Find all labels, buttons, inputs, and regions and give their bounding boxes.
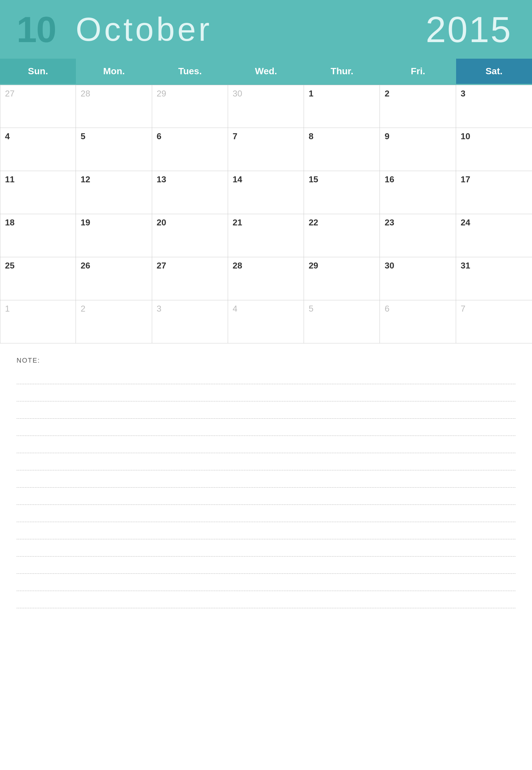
calendar-cell[interactable]: 7	[228, 128, 304, 171]
day-number: 13	[157, 174, 166, 184]
calendar-cell[interactable]: 29	[152, 85, 228, 128]
calendar-cell[interactable]: 26	[76, 257, 152, 300]
calendar-cell[interactable]: 3	[152, 300, 228, 343]
day-number: 16	[384, 174, 394, 184]
calendar-cell[interactable]: 5	[304, 300, 380, 343]
note-line[interactable]	[17, 401, 515, 419]
day-number: 30	[233, 89, 242, 98]
calendar-cell[interactable]: 3	[456, 85, 532, 128]
calendar-cell[interactable]: 9	[380, 128, 456, 171]
header-saturday: Sat.	[456, 59, 532, 84]
notes-label: NOTE:	[17, 357, 515, 364]
note-line[interactable]	[17, 557, 515, 574]
calendar-cell[interactable]: 5	[76, 128, 152, 171]
calendar-cell[interactable]: 19	[76, 214, 152, 257]
calendar-cell[interactable]: 20	[152, 214, 228, 257]
calendar-cell[interactable]: 23	[380, 214, 456, 257]
day-number: 11	[5, 174, 15, 184]
calendar-cell[interactable]: 14	[228, 171, 304, 214]
calendar-header: 10 October 2015	[0, 0, 532, 59]
calendar-cell[interactable]: 8	[304, 128, 380, 171]
calendar-cell[interactable]: 29	[304, 257, 380, 300]
calendar-cell[interactable]: 25	[0, 257, 76, 300]
day-number: 5	[309, 304, 313, 314]
note-line[interactable]	[17, 591, 515, 608]
notes-section: NOTE:	[0, 347, 532, 608]
calendar-cell[interactable]: 2	[76, 300, 152, 343]
note-line[interactable]	[17, 453, 515, 470]
calendar-cell[interactable]: 24	[456, 214, 532, 257]
month-name: October	[76, 10, 212, 48]
calendar-cell[interactable]: 21	[228, 214, 304, 257]
note-line[interactable]	[17, 505, 515, 522]
day-number: 3	[461, 89, 465, 98]
header-wednesday: Wed.	[228, 59, 304, 84]
calendar-cell[interactable]: 4	[228, 300, 304, 343]
note-line[interactable]	[17, 574, 515, 591]
calendar-cell[interactable]: 18	[0, 214, 76, 257]
calendar-cell[interactable]: 30	[380, 257, 456, 300]
calendar-cell[interactable]: 16	[380, 171, 456, 214]
header-monday: Mon.	[76, 59, 152, 84]
day-number: 6	[384, 304, 389, 314]
day-number: 12	[81, 174, 90, 184]
calendar-cell[interactable]: 17	[456, 171, 532, 214]
header-sunday: Sun.	[0, 59, 76, 84]
note-line[interactable]	[17, 470, 515, 488]
day-number: 4	[233, 304, 237, 314]
day-number: 8	[309, 131, 313, 141]
calendar-cell[interactable]: 12	[76, 171, 152, 214]
day-number: 14	[233, 174, 242, 184]
calendar-cell[interactable]: 6	[152, 128, 228, 171]
day-number: 15	[309, 174, 318, 184]
calendar-cell[interactable]: 15	[304, 171, 380, 214]
note-line[interactable]	[17, 384, 515, 401]
day-number: 2	[384, 89, 389, 98]
note-line[interactable]	[17, 488, 515, 505]
calendar-cell[interactable]: 31	[456, 257, 532, 300]
calendar-cell[interactable]: 11	[0, 171, 76, 214]
day-number: 26	[81, 261, 90, 270]
day-number: 29	[309, 261, 318, 270]
header-friday: Fri.	[380, 59, 456, 84]
calendar-cell[interactable]: 10	[456, 128, 532, 171]
calendar-cell[interactable]: 27	[0, 85, 76, 128]
day-number: 1	[5, 304, 10, 314]
day-number: 24	[461, 217, 470, 227]
note-line[interactable]	[17, 436, 515, 453]
calendar-cell[interactable]: 6	[380, 300, 456, 343]
calendar-cell[interactable]: 7	[456, 300, 532, 343]
header-thursday: Thur.	[304, 59, 380, 84]
calendar-cell[interactable]: 22	[304, 214, 380, 257]
day-number: 18	[5, 217, 15, 227]
note-line[interactable]	[17, 367, 515, 384]
day-headers-row: Sun. Mon. Tues. Wed. Thur. Fri. Sat.	[0, 59, 532, 85]
day-number: 29	[157, 89, 166, 98]
calendar-cell[interactable]: 30	[228, 85, 304, 128]
calendar-cell[interactable]: 28	[76, 85, 152, 128]
calendar-cell[interactable]: 1	[0, 300, 76, 343]
calendar-cell[interactable]: 1	[304, 85, 380, 128]
calendar-cell[interactable]: 2	[380, 85, 456, 128]
note-line[interactable]	[17, 539, 515, 557]
day-number: 30	[384, 261, 394, 270]
day-number: 17	[461, 174, 470, 184]
day-number: 22	[309, 217, 318, 227]
calendar-cell[interactable]: 4	[0, 128, 76, 171]
day-number: 7	[461, 304, 465, 314]
note-line[interactable]	[17, 419, 515, 436]
day-number: 7	[233, 131, 237, 141]
calendar-cell[interactable]: 13	[152, 171, 228, 214]
day-number: 28	[81, 89, 90, 98]
calendar-cell[interactable]: 28	[228, 257, 304, 300]
month-number: 10	[17, 8, 56, 50]
day-number: 2	[81, 304, 85, 314]
header-tuesday: Tues.	[152, 59, 228, 84]
day-number: 27	[5, 89, 15, 98]
day-number: 27	[157, 261, 166, 270]
note-line[interactable]	[17, 522, 515, 539]
day-number: 4	[5, 131, 10, 141]
calendar-cell[interactable]: 27	[152, 257, 228, 300]
day-number: 19	[81, 217, 90, 227]
calendar-grid: 2728293012345678910111213141516171819202…	[0, 85, 532, 343]
